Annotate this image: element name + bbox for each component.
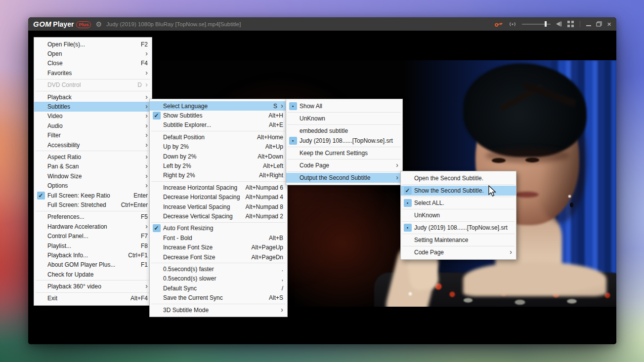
menu-item-decrease-font-size[interactable]: Decrease Font SizeAlt+PageDn <box>150 252 287 262</box>
shortcut-label: F8 <box>141 242 148 249</box>
close-button[interactable]: × <box>607 20 611 28</box>
menu-separator <box>288 159 401 160</box>
shortcut-label: Alt+Numpad 8 <box>246 203 283 210</box>
menu-item-gutter: ✓ <box>401 187 414 195</box>
menu-item-aspect-ratio[interactable]: Aspect Ratio› <box>34 152 152 161</box>
menu-item-output-the-second-subtitle[interactable]: Output the Second Subtitle› <box>286 173 402 183</box>
menu-item-preferences[interactable]: Preferences...F5 <box>34 212 152 222</box>
menu-item-hardware-acceleration[interactable]: Hardware Acceleration› <box>34 222 152 231</box>
menu-item-decrease-vertical-spacing[interactable]: Decrease Vertical SpacingAlt+Numpad 2 <box>150 211 287 221</box>
menu-item-open[interactable]: Open› <box>34 49 152 58</box>
menu-item-open-the-second-subtitle[interactable]: Open the Second Subtitle. <box>401 173 516 183</box>
menu-separator <box>36 292 150 293</box>
menu-item-code-page[interactable]: Code Page› <box>286 161 402 170</box>
menu-separator <box>402 221 515 222</box>
shortcut-label: Alt+Numpad 6 <box>246 184 283 191</box>
menu-item-options[interactable]: Options› <box>34 181 152 190</box>
menu-item-auto-font-resizing[interactable]: ✓Auto Font Resizing <box>150 224 287 233</box>
menu-item-increase-horizontal-spacing[interactable]: Increase Horizontal SpacingAlt+Numpad 6 <box>150 183 287 192</box>
menu-item-label: 0.5second(s) slower <box>163 275 282 282</box>
menu-item-decrease-horizontal-spacing[interactable]: Decrease Horizontal SpacingAlt+Numpad 4 <box>150 193 287 202</box>
menu-item-increase-vertical-spacing[interactable]: Increase Vertical SpacingAlt+Numpad 8 <box>150 202 287 211</box>
menu-item-font-bold[interactable]: Font - BoldAlt+B <box>150 233 287 242</box>
shortcut-label: Ctrl+F1 <box>128 252 148 259</box>
shortcut-label: Alt+S <box>269 294 283 301</box>
menu-item-setting-maintenance[interactable]: Setting Maintenance <box>401 235 516 245</box>
menu-item-right-by-2[interactable]: Right by 2%Alt+Right <box>150 171 287 180</box>
menu-item-0-5second-s-faster[interactable]: 0.5second(s) faster. <box>150 264 287 274</box>
menu-item-gutter: ✓ <box>34 192 47 200</box>
menu-item-up-by-2[interactable]: Up by 2%Alt+Up <box>150 142 287 152</box>
menu-item-window-size[interactable]: Window Size› <box>34 171 152 181</box>
menu-item-right: Alt+PageUp <box>252 244 283 251</box>
gear-icon[interactable]: ⚙ <box>95 21 102 28</box>
menu-item-playback-360-video[interactable]: Playback 360° video› <box>34 282 152 291</box>
menu-item-judy-2019-108-topnow-se-srt[interactable]: ●Judy (2019) 108......[TopNow.se].srt <box>401 223 516 233</box>
menu-item-full-screen-keep-ratio[interactable]: ✓Full Screen: Keep RatioEnter <box>34 191 152 200</box>
menu-item-3d-subtitle-mode[interactable]: 3D Subtitle Mode› <box>150 305 287 315</box>
menu-item-default-position[interactable]: Default PositionAlt+Home <box>150 132 287 142</box>
menu-item-filter[interactable]: Filter› <box>34 131 152 140</box>
menu-item-subtitle-explorer[interactable]: Subtitle Explorer...Alt+E <box>150 121 287 130</box>
volume-handle[interactable] <box>545 21 547 27</box>
menu-item-right: Alt+Left <box>263 162 283 169</box>
menu-item-control-panel[interactable]: Control Panel...F7 <box>34 231 152 241</box>
menu-item-label: Full Screen: Stretched <box>47 201 121 208</box>
menu-item-right: Alt+F4 <box>130 295 148 302</box>
menu-item-default-sync[interactable]: Default Sync/ <box>150 283 287 293</box>
titlebar[interactable]: GOM Player Plus ⚙ Judy (2019) 1080p BluR… <box>28 17 616 31</box>
menu-item-label: Up by 2% <box>163 143 265 150</box>
menu-item-gutter: ✓ <box>150 224 163 232</box>
menu-item-right: › <box>144 113 148 119</box>
menu-item-save-the-current-sync[interactable]: Save the Current SyncAlt+S <box>150 293 287 302</box>
menu-separator <box>402 246 515 246</box>
pin-icon[interactable] <box>556 21 562 27</box>
menu-item-left-by-2[interactable]: Left by 2%Alt+Left <box>150 161 287 170</box>
menu-item-show-subtitles[interactable]: ✓Show SubtitlesAlt+H <box>150 111 287 120</box>
volume-slider[interactable] <box>522 21 551 27</box>
key-icon[interactable] <box>494 21 503 27</box>
menu-item-down-by-2[interactable]: Down by 2%Alt+Down <box>150 152 287 161</box>
menu-item-video[interactable]: Video› <box>34 112 152 121</box>
restore-button[interactable] <box>596 21 602 27</box>
menu-item-right: F4 <box>141 60 148 67</box>
menu-item-label: Show Subtitles <box>163 112 268 119</box>
menu-item-subtitles[interactable]: Subtitles› <box>34 102 152 111</box>
menu-item-unknown[interactable]: UnKnown <box>286 114 402 123</box>
menu-item-full-screen-stretched[interactable]: Full Screen: StretchedCtrl+Enter <box>34 200 152 209</box>
minimize-button[interactable] <box>586 25 591 26</box>
menu-item-show-all[interactable]: ●Show All <box>286 101 402 111</box>
menu-item-audio[interactable]: Audio› <box>34 121 152 130</box>
menu-item-0-5second-s-slower[interactable]: 0.5second(s) slower, <box>150 274 287 283</box>
menu-item-pan-scan[interactable]: Pan & Scan› <box>34 162 152 171</box>
menu-item-about-gom-player-plus[interactable]: About GOM Player Plus...F1 <box>34 260 152 270</box>
menu-item-select-language[interactable]: Select LanguageS› <box>150 101 287 111</box>
menu-item-keep-the-current-settings[interactable]: Keep the Current Settings <box>286 148 402 158</box>
menu-item-label: Full Screen: Keep Ratio <box>47 192 133 199</box>
menu-item-embedded-subtitle[interactable]: embedded subtitle <box>286 126 402 136</box>
menu-item-judy-2019-108-topnow-se-srt[interactable]: ●Judy (2019) 108......[TopNow.se].srt <box>286 136 402 146</box>
menu-item-label: Audio <box>47 122 144 129</box>
menu-item-favorites[interactable]: Favorites› <box>34 68 152 78</box>
menu-item-open-file-s[interactable]: Open File(s)...F2 <box>34 40 152 49</box>
menu-item-exit[interactable]: ExitAlt+F4 <box>34 294 152 303</box>
menu-item-playlist[interactable]: Playlist...F8 <box>34 241 152 250</box>
menu-item-playback-info[interactable]: Playback Info...Ctrl+F1 <box>34 250 152 260</box>
menu-separator <box>402 234 515 234</box>
menu-item-unknown[interactable]: UnKnown <box>401 210 516 220</box>
menu-item-increase-font-size[interactable]: Increase Font SizeAlt+PageUp <box>150 242 287 252</box>
grid-icon[interactable] <box>567 21 574 27</box>
menu-item-accessibility[interactable]: Accessibility› <box>34 140 152 150</box>
broadcast-icon[interactable] <box>508 21 517 27</box>
menu-item-check-for-update[interactable]: Check for Update <box>34 270 152 279</box>
menu-item-select-all[interactable]: ●Select ALL. <box>401 198 516 208</box>
submenu-arrow-icon: › <box>144 70 148 76</box>
checkmark-icon: ✓ <box>153 112 161 120</box>
plus-badge: Plus <box>76 21 91 28</box>
menu-item-close[interactable]: CloseF4 <box>34 59 152 68</box>
menu-item-label: Save the Current Sync <box>163 294 269 301</box>
shortcut-label: Alt+Numpad 2 <box>246 213 283 220</box>
menu-item-label: Preferences... <box>47 213 141 220</box>
menu-item-code-page[interactable]: Code Page› <box>401 247 516 257</box>
menu-item-playback[interactable]: Playback› <box>34 92 152 102</box>
